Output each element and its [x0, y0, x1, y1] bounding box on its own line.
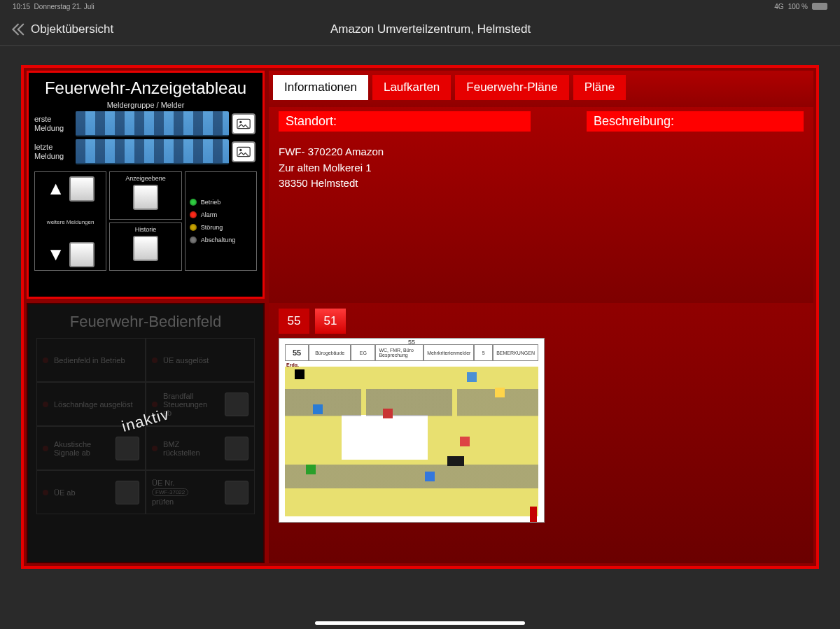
right-column: Informationen Laufkarten Feuerwehr-Pläne… — [269, 71, 813, 563]
tab-laufkarten[interactable]: Laufkarten — [372, 75, 451, 100]
anzeigeebene-button[interactable] — [133, 185, 158, 210]
last-meldung-label: letzte Meldung — [34, 143, 73, 161]
beschreibung-heading: Beschreibung: — [587, 111, 804, 132]
floorplan-mosaic — [285, 367, 538, 516]
image-icon — [237, 146, 251, 157]
arrow-up-icon: ▲ — [47, 179, 65, 197]
status-betrieb: Betrieb — [201, 199, 221, 206]
tab-bar: Informationen Laufkarten Feuerwehr-Pläne… — [269, 71, 813, 107]
status-time: 10:15 — [13, 3, 30, 10]
page-title: Amazon Umverteilzentrum, Helmstedt — [29, 22, 832, 36]
ipad-status-bar: 10:15 Donnerstag 21. Juli 4G 100 % — [0, 0, 840, 13]
scroll-down-button[interactable] — [69, 242, 94, 267]
tab-feuerwehr-plaene[interactable]: Feuerwehr-Pläne — [455, 75, 568, 100]
fbf-title: Feuerwehr-Bedienfeld — [36, 313, 255, 331]
led-betrieb — [190, 199, 197, 206]
fbf-c8: ÜE Nr. FWF-37022 prüfen — [152, 479, 188, 506]
standort-line1: FWF- 370220 Amazon — [279, 144, 804, 160]
status-alarm: Alarm — [201, 211, 218, 218]
fat-panel: Feuerwehr-Anzeigetableau Meldergruppe / … — [27, 71, 265, 299]
tab-informationen[interactable]: Informationen — [273, 75, 368, 100]
fbf-c7-button — [115, 481, 139, 504]
fbf-c4-button — [225, 393, 248, 416]
app-header: Objektübersicht Amazon Umverteilzentrum,… — [0, 13, 840, 46]
standort-heading: Standort: — [279, 111, 531, 132]
battery-icon — [812, 3, 827, 10]
led-stoerung — [190, 224, 197, 231]
standort-line3: 38350 Helmstedt — [279, 176, 804, 192]
plan-tab-51[interactable]: 51 — [315, 309, 346, 334]
first-meldung-field — [76, 111, 229, 136]
led-abschaltung — [190, 236, 197, 243]
status-network: 4G — [774, 3, 783, 10]
standort-text: FWF- 370220 Amazon Zur alten Molkerei 1 … — [279, 144, 804, 192]
fbf-c3: Löschanlage ausgelöst — [54, 400, 133, 409]
first-meldung-image-button[interactable] — [232, 113, 255, 134]
back-button[interactable] — [8, 21, 25, 38]
historie-label: Historie — [135, 226, 157, 233]
main-stage: Feuerwehr-Anzeigetableau Meldergruppe / … — [21, 65, 819, 569]
status-stoerung: Störung — [201, 224, 223, 231]
fbf-c7: ÜE ab — [54, 488, 76, 497]
last-meldung-field — [76, 139, 229, 164]
fbf-c6: BMZrückstellen — [163, 440, 200, 457]
fat-title: Feuerwehr-Anzeigetableau — [34, 78, 257, 98]
first-meldung-label: erste Meldung — [34, 115, 73, 133]
svg-point-1 — [239, 121, 241, 123]
led-alarm — [190, 211, 197, 218]
status-battery: 100 % — [788, 3, 808, 10]
plan-tab-55[interactable]: 55 — [279, 309, 309, 334]
home-indicator[interactable] — [315, 621, 525, 625]
fbf-c5: AkustischeSignale ab — [54, 440, 91, 457]
tab-plaene[interactable]: Pläne — [573, 75, 626, 100]
fbf-c6-button — [225, 437, 248, 460]
more-meldungen-label: weitere Meldungen — [47, 219, 94, 225]
fbf-panel: Feuerwehr-Bedienfeld Bedienfeld in Betri… — [27, 303, 265, 563]
fbf-c1: Bedienfeld in Betrieb — [54, 356, 125, 365]
fbf-c8-button — [225, 481, 248, 504]
fbf-inaktiv-overlay: inaktiv — [120, 405, 172, 436]
svg-point-3 — [239, 149, 241, 151]
historie-button[interactable] — [133, 236, 158, 261]
plan-area: 55 51 55 55 Bürogebäude EG WC, FMR, Büro… — [269, 303, 813, 563]
status-abschaltung: Abschaltung — [201, 236, 236, 243]
floorplan-thumbnail[interactable]: 55 55 Bürogebäude EG WC, FMR, Büro Bespr… — [279, 338, 545, 523]
fbf-c4: BrandfallSteuerungenab — [163, 392, 207, 417]
arrow-down-icon: ▼ — [47, 245, 65, 263]
fbf-c5-button — [115, 437, 139, 460]
info-area: Standort: Beschreibung: FWF- 370220 Amaz… — [269, 107, 813, 303]
scroll-up-button[interactable] — [69, 176, 94, 202]
standort-line2: Zur alten Molkerei 1 — [279, 160, 804, 176]
fbf-c2: ÜE ausgelöst — [163, 356, 209, 365]
image-icon — [237, 118, 251, 129]
status-date: Donnerstag 21. Juli — [34, 3, 94, 10]
last-meldung-image-button[interactable] — [232, 141, 255, 162]
fat-subtitle: Meldergruppe / Melder — [34, 101, 257, 109]
anzeigeebene-label: Anzeigeebene — [125, 175, 166, 182]
plan-header-row: 55 Bürogebäude EG WC, FMR, Büro Besprech… — [285, 344, 538, 361]
